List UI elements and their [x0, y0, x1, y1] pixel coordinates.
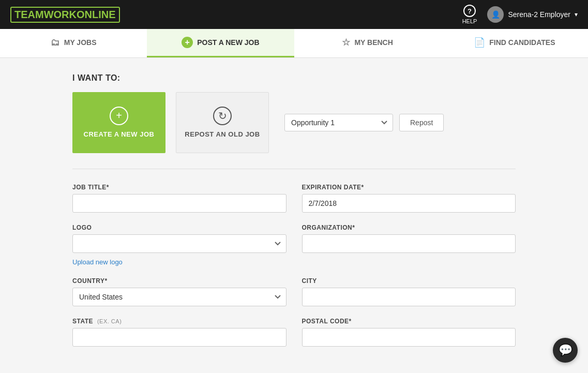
expiration-date-group: EXPIRATION DATE*	[302, 184, 516, 213]
logo-select[interactable]	[72, 234, 287, 253]
logo-text: TEAMWORKONLINE	[10, 7, 120, 23]
city-group: CITY	[302, 277, 516, 306]
postal-code-group: POSTAL CODE*	[302, 318, 516, 347]
document-icon: 📄	[474, 37, 485, 48]
create-new-job-icon: +	[110, 107, 128, 125]
job-title-input[interactable]	[72, 194, 287, 213]
form-row-3: COUNTRY* United States Canada United Kin…	[72, 277, 516, 306]
repost-old-job-label: REPOST AN OLD JOB	[185, 130, 260, 139]
tab-post-new-job[interactable]: + POST A NEW JOB	[147, 29, 294, 57]
briefcase-icon: 🗂	[51, 37, 60, 48]
top-nav-right: ? HELP 👤 Serena-2 Employer ▾	[462, 5, 578, 24]
section-divider	[72, 169, 516, 169]
help-icon: ?	[463, 5, 476, 17]
expiration-date-label: EXPIRATION DATE*	[302, 184, 516, 191]
user-name: Serena-2 Employer	[508, 10, 570, 19]
help-label: HELP	[462, 18, 477, 24]
country-group: COUNTRY* United States Canada United Kin…	[72, 277, 287, 306]
plus-icon: +	[182, 37, 193, 48]
postal-code-label: POSTAL CODE*	[302, 318, 516, 325]
main-content: I WANT TO: + CREATE A NEW JOB ↻ REPOST A…	[0, 58, 588, 373]
tab-find-candidates-label: FIND CANDIDATES	[489, 38, 555, 47]
repost-old-job-card[interactable]: ↻ REPOST AN OLD JOB	[176, 92, 269, 153]
form-row-4: STATE (ex. CA) POSTAL CODE*	[72, 318, 516, 347]
create-new-job-label: CREATE A NEW JOB	[84, 130, 155, 139]
tab-my-jobs[interactable]: 🗂 MY JOBS	[0, 29, 147, 57]
logo[interactable]: TEAMWORKONLINE	[10, 7, 120, 23]
expiration-date-input[interactable]	[302, 194, 516, 213]
organization-input[interactable]	[302, 234, 516, 253]
job-title-group: JOB TITLE*	[72, 184, 287, 213]
chat-icon: 💬	[559, 344, 572, 357]
city-input[interactable]	[302, 288, 516, 306]
country-label: COUNTRY*	[72, 277, 287, 285]
logo-group: LOGO Upload new logo	[72, 224, 287, 266]
i-want-to-label: I WANT TO:	[72, 73, 516, 83]
organization-group: ORGANIZATION*	[302, 224, 516, 266]
chat-bubble-button[interactable]: 💬	[553, 338, 578, 363]
help-button[interactable]: ? HELP	[462, 5, 477, 24]
create-new-job-card[interactable]: + CREATE A NEW JOB	[72, 92, 165, 153]
tab-find-candidates[interactable]: 📄 FIND CANDIDATES	[441, 29, 588, 57]
organization-label: ORGANIZATION*	[302, 224, 516, 231]
user-menu[interactable]: 👤 Serena-2 Employer ▾	[487, 6, 578, 23]
state-input[interactable]	[72, 328, 287, 347]
postal-code-input[interactable]	[302, 328, 516, 347]
city-label: CITY	[302, 277, 516, 285]
opportunity-select[interactable]: Opportunity 1 Opportunity 2 Opportunity …	[284, 114, 393, 131]
user-avatar: 👤	[487, 6, 504, 23]
repost-icon: ↻	[213, 107, 232, 125]
logo-green: ONLINE	[77, 9, 116, 20]
state-group: STATE (ex. CA)	[72, 318, 287, 347]
logo-black: TEAMWORK	[14, 9, 77, 20]
state-label: STATE (ex. CA)	[72, 318, 287, 325]
star-icon: ☆	[342, 37, 350, 48]
repost-controls: Opportunity 1 Opportunity 2 Opportunity …	[284, 114, 444, 131]
logo-label: LOGO	[72, 224, 287, 231]
top-navigation: TEAMWORKONLINE ? HELP 👤 Serena-2 Employe…	[0, 0, 588, 29]
form-row-2: LOGO Upload new logo ORGANIZATION*	[72, 224, 516, 266]
country-select[interactable]: United States Canada United Kingdom Aust…	[72, 288, 287, 306]
tab-navigation: 🗂 MY JOBS + POST A NEW JOB ☆ MY BENCH 📄 …	[0, 29, 588, 58]
repost-button[interactable]: Repost	[399, 114, 444, 131]
tab-my-jobs-label: MY JOBS	[64, 38, 97, 47]
tab-post-new-job-label: POST A NEW JOB	[197, 38, 259, 47]
state-hint: (ex. CA)	[97, 318, 122, 324]
chevron-down-icon: ▾	[575, 11, 578, 18]
action-row: + CREATE A NEW JOB ↻ REPOST AN OLD JOB O…	[72, 92, 516, 153]
job-title-label: JOB TITLE*	[72, 184, 287, 191]
tab-my-bench-label: MY BENCH	[354, 38, 393, 47]
tab-my-bench[interactable]: ☆ MY BENCH	[294, 29, 441, 57]
form-row-1: JOB TITLE* EXPIRATION DATE*	[72, 184, 516, 213]
upload-new-logo-link[interactable]: Upload new logo	[72, 258, 287, 266]
